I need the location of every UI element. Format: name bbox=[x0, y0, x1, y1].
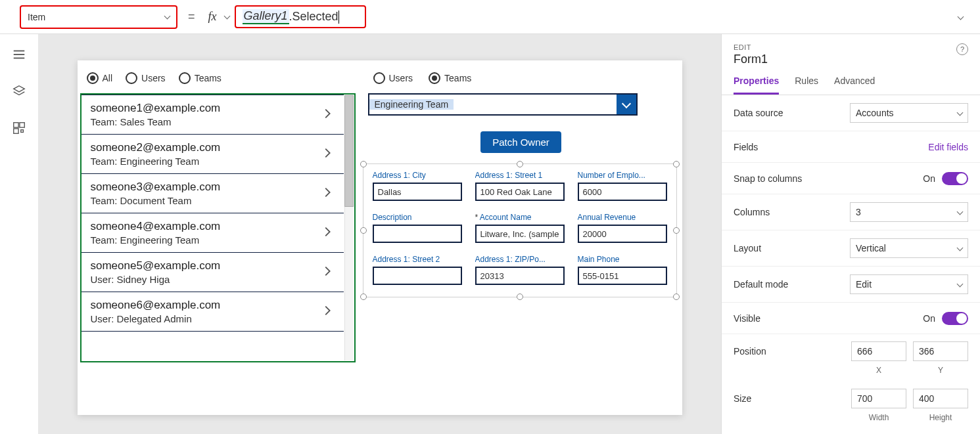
field-employees: Number of Emplo... bbox=[578, 171, 667, 201]
visible-toggle[interactable] bbox=[942, 312, 968, 325]
chevron-down-icon bbox=[957, 109, 964, 116]
phone-input[interactable] bbox=[578, 267, 667, 285]
street1-input[interactable] bbox=[475, 183, 565, 201]
radio-icon bbox=[87, 72, 99, 84]
gallery-item-subtitle: User: Sidney Higa bbox=[91, 274, 221, 285]
radio-teams[interactable]: Teams bbox=[179, 72, 222, 84]
gallery-item[interactable]: someone3@example.com Team: Document Team bbox=[82, 174, 344, 213]
tab-properties[interactable]: Properties bbox=[734, 76, 779, 95]
radio-users[interactable]: Users bbox=[126, 72, 166, 84]
radio-label: Users bbox=[141, 73, 166, 83]
property-dropdown-value: Item bbox=[28, 12, 45, 22]
formula-input[interactable]: Gallery1.Selected bbox=[235, 5, 366, 28]
gallery-item[interactable]: someone6@example.com User: Delegated Adm… bbox=[82, 292, 344, 332]
components-icon[interactable] bbox=[12, 121, 26, 135]
employees-input[interactable] bbox=[578, 183, 667, 201]
gallery-list[interactable]: someone1@example.com Team: Sales Team so… bbox=[80, 93, 356, 362]
city-input[interactable] bbox=[373, 183, 462, 201]
size-height-input[interactable]: 400 bbox=[913, 389, 968, 408]
default-mode-select[interactable]: Edit bbox=[850, 274, 968, 294]
gallery-filter-radio-group: All Users Teams bbox=[78, 67, 360, 93]
formula-expand[interactable] bbox=[958, 12, 967, 22]
gallery-item[interactable]: someone5@example.com User: Sidney Higa bbox=[82, 253, 344, 292]
team-dropdown-value: Engineering Team bbox=[369, 99, 454, 110]
equals-sign: = bbox=[188, 10, 195, 24]
data-source-select[interactable]: Accounts bbox=[850, 103, 968, 123]
layers-icon[interactable] bbox=[12, 84, 26, 98]
prop-layout-label: Layout bbox=[734, 243, 761, 253]
field-account-name: Account Name bbox=[475, 213, 565, 243]
selection-handle[interactable] bbox=[360, 161, 367, 167]
zip-input[interactable] bbox=[475, 267, 565, 285]
chevron-down-icon[interactable] bbox=[223, 13, 230, 20]
radio-all[interactable]: All bbox=[87, 72, 113, 84]
field-label: Description bbox=[373, 213, 462, 222]
snap-toggle[interactable] bbox=[942, 172, 968, 185]
position-x-input[interactable]: 666 bbox=[851, 341, 906, 361]
field-description: Description bbox=[373, 213, 462, 243]
description-input[interactable] bbox=[373, 225, 462, 243]
property-dropdown[interactable]: Item bbox=[20, 5, 177, 29]
gallery-item[interactable]: someone2@example.com Team: Engineering T… bbox=[82, 135, 344, 174]
hamburger-icon[interactable] bbox=[12, 47, 26, 62]
radio-users-form[interactable]: Users bbox=[373, 72, 413, 84]
selection-handle[interactable] bbox=[360, 227, 367, 234]
street2-input[interactable] bbox=[373, 267, 462, 285]
tab-rules[interactable]: Rules bbox=[795, 76, 818, 95]
svg-rect-6 bbox=[13, 129, 18, 133]
size-width-input[interactable]: 700 bbox=[851, 389, 906, 408]
prop-data-source-label: Data source bbox=[734, 108, 783, 118]
prop-snap-label: Snap to columns bbox=[734, 173, 802, 184]
svg-rect-7 bbox=[20, 130, 23, 133]
panel-section-label: EDIT bbox=[734, 43, 768, 51]
gallery-item[interactable]: someone4@example.com Team: Engineering T… bbox=[82, 213, 344, 253]
gallery-item-text: someone5@example.com User: Sidney Higa bbox=[91, 259, 221, 285]
radio-label: Teams bbox=[444, 73, 471, 83]
gallery-item-title: someone1@example.com bbox=[91, 102, 221, 115]
gallery-item-title: someone5@example.com bbox=[91, 259, 221, 272]
gallery-item-subtitle: Team: Engineering Team bbox=[91, 234, 221, 246]
properties-panel: EDIT Form1 ? Properties Rules Advanced D… bbox=[721, 34, 980, 434]
edit-form[interactable]: Address 1: City Address 1: Street 1 Numb… bbox=[363, 163, 677, 297]
field-label: Number of Emplo... bbox=[578, 171, 667, 180]
size-height-sublabel: Height bbox=[913, 413, 968, 422]
gallery-item-text: someone4@example.com Team: Engineering T… bbox=[91, 220, 221, 246]
columns-select[interactable]: 3 bbox=[850, 202, 968, 222]
radio-teams-form[interactable]: Teams bbox=[429, 72, 471, 84]
selection-handle[interactable] bbox=[673, 161, 680, 167]
edit-fields-link[interactable]: Edit fields bbox=[928, 142, 968, 152]
field-label: Address 1: Street 2 bbox=[373, 255, 462, 264]
radio-label: Users bbox=[389, 73, 413, 83]
chevron-right-icon bbox=[320, 185, 335, 202]
gallery-item[interactable]: someone1@example.com Team: Sales Team bbox=[82, 95, 344, 135]
tab-advanced[interactable]: Advanced bbox=[834, 76, 875, 95]
selection-handle[interactable] bbox=[673, 293, 680, 300]
toggle-value: On bbox=[923, 173, 935, 184]
account-name-input[interactable] bbox=[475, 225, 565, 243]
gallery-item-title: someone2@example.com bbox=[91, 141, 221, 154]
chevron-down-icon bbox=[957, 244, 964, 251]
field-label: Main Phone bbox=[578, 255, 667, 264]
panel-tabs: Properties Rules Advanced bbox=[722, 66, 980, 95]
selection-handle[interactable] bbox=[360, 293, 367, 300]
fx-label: fx bbox=[208, 10, 217, 24]
selection-handle[interactable] bbox=[517, 293, 523, 300]
team-dropdown[interactable]: Engineering Team bbox=[368, 93, 638, 116]
scrollbar-thumb[interactable] bbox=[344, 95, 354, 207]
selection-handle[interactable] bbox=[517, 161, 523, 167]
position-y-input[interactable]: 366 bbox=[913, 341, 968, 361]
gallery-item-text: someone3@example.com Team: Document Team bbox=[91, 181, 221, 206]
form-filter-radio-group: Users Teams bbox=[367, 70, 676, 93]
field-city: Address 1: City bbox=[373, 171, 462, 201]
selection-handle[interactable] bbox=[673, 227, 680, 234]
prop-fields-label: Fields bbox=[734, 142, 758, 152]
field-zip: Address 1: ZIP/Po... bbox=[475, 255, 565, 285]
gallery-item-text: someone2@example.com Team: Engineering T… bbox=[91, 141, 221, 167]
layout-select[interactable]: Vertical bbox=[850, 238, 968, 258]
gallery-item-title: someone4@example.com bbox=[91, 220, 221, 233]
left-rail bbox=[0, 34, 38, 434]
help-icon[interactable]: ? bbox=[956, 43, 968, 55]
gallery-item-title: someone6@example.com bbox=[91, 299, 221, 312]
patch-owner-button[interactable]: Patch Owner bbox=[480, 131, 561, 153]
revenue-input[interactable] bbox=[578, 225, 667, 243]
